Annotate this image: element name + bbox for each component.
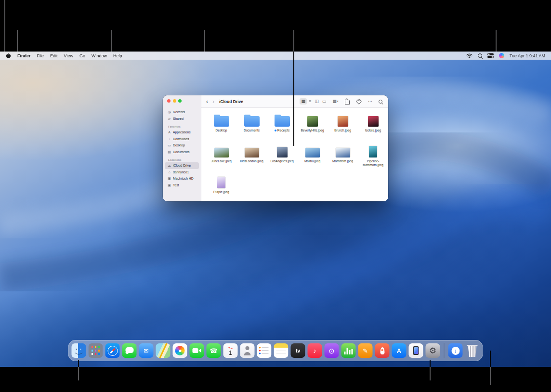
gallery-view-button[interactable]: ▭ bbox=[321, 98, 328, 105]
dock-divider bbox=[444, 343, 445, 358]
file-isolate-jpeg[interactable]: Isolate.jpeg bbox=[358, 111, 388, 142]
file-beverlyhills-jpeg[interactable]: BeverlyHills.jpeg bbox=[297, 111, 328, 142]
file-brunch-jpeg[interactable]: Brunch.jpeg bbox=[328, 111, 358, 142]
menu-file[interactable]: File bbox=[37, 53, 44, 58]
thumbnail-wrap bbox=[244, 111, 260, 127]
settings-app-icon: ⚙ bbox=[426, 343, 440, 358]
photos-app-icon bbox=[173, 343, 187, 358]
tv-glyph: tv bbox=[296, 348, 300, 353]
dock-item-reminders[interactable] bbox=[257, 343, 272, 358]
dock-item-maps[interactable] bbox=[156, 343, 171, 358]
dock-item-iphone-mirroring[interactable] bbox=[409, 343, 423, 358]
file-pipeline-mammoth-jpeg[interactable]: Pipeline-Mammoth.jpeg bbox=[358, 142, 388, 172]
menu-view[interactable]: View bbox=[64, 53, 73, 58]
tags-button[interactable] bbox=[354, 98, 364, 105]
image-thumbnail bbox=[338, 116, 348, 127]
applications-icon: A bbox=[167, 131, 171, 134]
dock-apps: ✉☎Tue1tv♪⊙✎A⚙ bbox=[72, 343, 440, 358]
dock-item-safari[interactable] bbox=[105, 343, 120, 358]
image-thumbnail bbox=[277, 147, 288, 157]
dock-item-phone[interactable]: ☎ bbox=[207, 343, 221, 358]
apple-menu[interactable] bbox=[6, 53, 11, 59]
sidebar-item-label: Desktop bbox=[173, 144, 185, 147]
dock-item-contacts[interactable] bbox=[240, 343, 255, 358]
search-icon bbox=[379, 100, 382, 104]
dock-item-photos[interactable] bbox=[173, 343, 187, 358]
thumbnail-wrap bbox=[369, 142, 377, 157]
control-center-icon[interactable] bbox=[487, 53, 494, 59]
thumbnail-wrap bbox=[338, 111, 348, 127]
dock-item-messages[interactable] bbox=[122, 343, 137, 358]
sidebar-item-test[interactable]: ▣Test bbox=[165, 182, 199, 189]
maps-app-icon bbox=[156, 343, 171, 358]
sidebar-section-favorites: Favorites bbox=[168, 125, 201, 128]
menu-bar-clock[interactable]: Tue Apr 1 9:41 AM bbox=[510, 53, 545, 58]
dock-item-notes[interactable] bbox=[274, 343, 289, 358]
dock-item-mail[interactable]: ✉ bbox=[139, 343, 154, 358]
dock-item-rocket[interactable] bbox=[375, 343, 390, 358]
dock-item-downloads[interactable] bbox=[448, 343, 463, 358]
dock-item-podcasts[interactable]: ⊙ bbox=[325, 343, 339, 358]
dock-item-launchpad[interactable] bbox=[89, 343, 103, 358]
file-losangeles-jpeg[interactable]: LosAngeles.jpeg bbox=[267, 142, 297, 172]
dock-item-tv[interactable]: tv bbox=[291, 343, 305, 358]
icon-view-button[interactable]: ▦ bbox=[300, 98, 307, 105]
sidebar-item-downloads[interactable]: ↓Downloads bbox=[165, 136, 199, 143]
dock-item-numbers[interactable] bbox=[341, 343, 356, 358]
sidebar-item-macintosh-hd[interactable]: ▣Macintosh HD bbox=[165, 175, 199, 182]
sidebar-item-recents[interactable]: ◷Recents bbox=[165, 109, 199, 116]
dock-item-calendar[interactable]: Tue1 bbox=[223, 343, 238, 358]
dock-item-music[interactable]: ♪ bbox=[308, 343, 322, 358]
minimize-button[interactable] bbox=[173, 99, 176, 103]
file-name: Purple.jpeg bbox=[208, 190, 236, 194]
menu-window[interactable]: Window bbox=[92, 53, 107, 58]
spotlight-search-icon[interactable] bbox=[478, 53, 482, 59]
menu-edit[interactable]: Edit bbox=[50, 53, 58, 58]
file-purple-jpeg[interactable]: Purple.jpeg bbox=[206, 172, 236, 201]
close-button[interactable] bbox=[167, 99, 171, 103]
back-button[interactable]: ‹ bbox=[206, 99, 209, 105]
sidebar-item-applications[interactable]: AApplications bbox=[165, 129, 199, 136]
column-view-button[interactable]: ◫ bbox=[313, 98, 320, 105]
file-receipts[interactable]: Receipts bbox=[267, 111, 297, 142]
notes-app-icon bbox=[274, 343, 289, 358]
sidebar-item-documents[interactable]: ▤Documents bbox=[165, 149, 199, 156]
share-button[interactable] bbox=[343, 97, 351, 105]
dock-item-appstore[interactable]: A bbox=[392, 343, 407, 358]
phone-glyph: ☎ bbox=[210, 348, 217, 354]
callout-line bbox=[293, 52, 294, 146]
thumbnail-wrap bbox=[214, 142, 229, 157]
group-button[interactable]: ▦ ▾ bbox=[331, 98, 340, 105]
chevron-down-icon: ▾ bbox=[337, 100, 339, 103]
search-button[interactable] bbox=[377, 99, 384, 105]
sidebar-item-icloud-drive[interactable]: ☁iCloud Drive bbox=[165, 162, 199, 169]
file-mammoth-jpeg[interactable]: Mammoth.jpeg bbox=[328, 142, 358, 172]
more-button[interactable]: ⋯ bbox=[367, 98, 374, 105]
file-desktop[interactable]: Desktop bbox=[206, 111, 236, 142]
zoom-button[interactable] bbox=[178, 99, 182, 103]
list-view-button[interactable]: ≡ bbox=[307, 98, 313, 105]
thumbnail-wrap bbox=[245, 142, 259, 157]
phone-app-icon: ☎ bbox=[207, 343, 221, 358]
sidebar-item-shared[interactable]: ▱Shared bbox=[165, 116, 199, 122]
file-kidslondon-jpeg[interactable]: KidsLondon.jpeg bbox=[236, 142, 267, 172]
dock-item-pages[interactable]: ✎ bbox=[358, 343, 373, 358]
menu-go[interactable]: Go bbox=[79, 53, 85, 58]
forward-button[interactable]: › bbox=[212, 99, 215, 105]
sidebar-item-dannyrico1[interactable]: ⌂dannyrico1 bbox=[165, 169, 199, 176]
menu-finder[interactable]: Finder bbox=[17, 53, 31, 58]
file-documents[interactable]: Documents bbox=[236, 111, 267, 142]
siri-icon[interactable] bbox=[499, 53, 504, 59]
dock-item-settings[interactable]: ⚙ bbox=[426, 343, 440, 358]
file-malibu-jpeg[interactable]: Malibu.jpeg bbox=[297, 142, 328, 172]
dock-item-trash[interactable] bbox=[465, 343, 480, 358]
file-junelake-jpeg[interactable]: JuneLake.jpeg bbox=[206, 142, 236, 172]
wifi-icon[interactable] bbox=[466, 53, 472, 59]
image-thumbnail bbox=[307, 116, 318, 127]
menu-help[interactable]: Help bbox=[113, 53, 122, 58]
sidebar-item-desktop[interactable]: ▭Desktop bbox=[165, 142, 199, 149]
finder-app-icon bbox=[72, 343, 86, 358]
dock-item-finder[interactable] bbox=[72, 343, 86, 358]
dock-item-facetime[interactable] bbox=[190, 343, 204, 358]
sidebar-item-label: Documents bbox=[173, 150, 189, 154]
